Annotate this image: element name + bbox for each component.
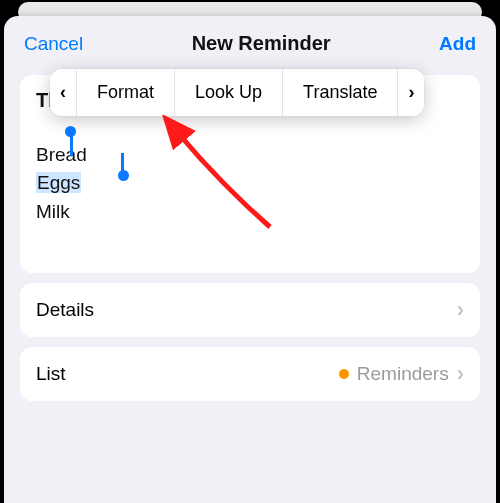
- note-line[interactable]: Milk: [36, 201, 464, 223]
- reminder-editor-card[interactable]: Things to buy ‹ Format Look Up Translate…: [20, 75, 480, 273]
- chevron-right-icon: ›: [457, 297, 464, 323]
- list-label: List: [36, 363, 66, 385]
- popup-prev-button[interactable]: ‹: [50, 69, 76, 116]
- add-button[interactable]: Add: [439, 33, 476, 55]
- selection-handle-end[interactable]: [118, 170, 129, 181]
- popup-lookup-button[interactable]: Look Up: [174, 69, 282, 116]
- chevron-right-icon: ›: [457, 361, 464, 387]
- note-line[interactable]: Eggs: [36, 172, 464, 194]
- popup-format-button[interactable]: Format: [76, 69, 174, 116]
- list-name: Reminders: [357, 363, 449, 385]
- details-label: Details: [36, 299, 94, 321]
- list-value-group: Reminders ›: [339, 361, 464, 387]
- popup-next-button[interactable]: ›: [397, 69, 424, 116]
- cancel-button[interactable]: Cancel: [24, 33, 83, 55]
- details-row[interactable]: Details ›: [20, 283, 480, 337]
- popup-translate-button[interactable]: Translate: [282, 69, 397, 116]
- list-row[interactable]: List Reminders ›: [20, 347, 480, 401]
- list-color-dot: [339, 369, 349, 379]
- page-title: New Reminder: [192, 32, 331, 55]
- selection-caret-end[interactable]: [121, 153, 124, 177]
- text-selection[interactable]: Eggs: [36, 172, 81, 193]
- navbar: Cancel New Reminder Add: [4, 16, 496, 65]
- selection-caret-start[interactable]: [70, 132, 73, 156]
- new-reminder-sheet: Cancel New Reminder Add Things to buy ‹ …: [4, 16, 496, 503]
- text-edit-popup: ‹ Format Look Up Translate ›: [50, 69, 424, 116]
- note-line[interactable]: Bread: [36, 144, 464, 166]
